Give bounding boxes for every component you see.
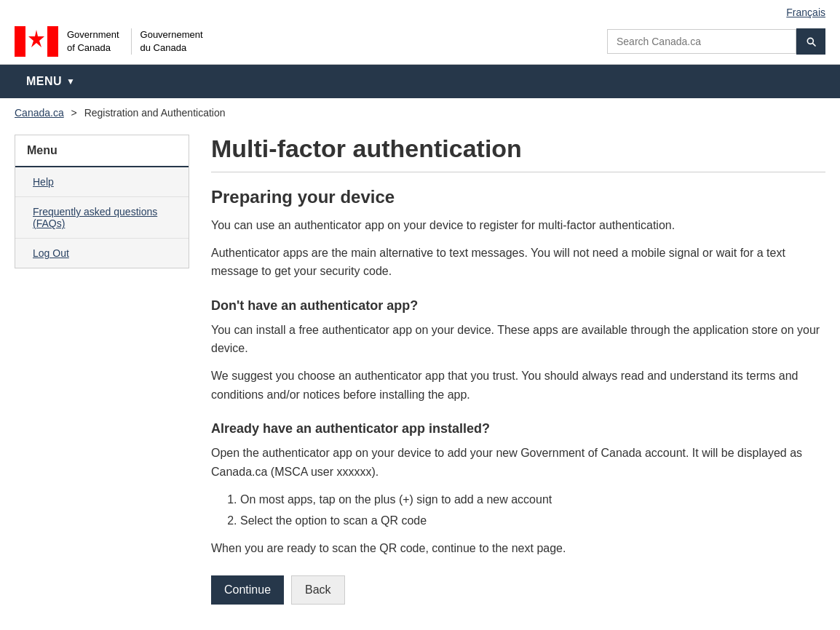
sidebar-header: Menu: [15, 135, 189, 167]
back-button[interactable]: Back: [291, 575, 345, 605]
paragraph-4: We suggest you choose an authenticator a…: [211, 367, 825, 404]
sidebar-item-faq[interactable]: Frequently asked questions (FAQs): [15, 197, 189, 239]
canada-flag: [15, 26, 58, 57]
search-button[interactable]: [796, 28, 825, 55]
button-row: Continue Back: [211, 575, 825, 605]
gov-name-fr: Gouvernement du Canada: [128, 28, 203, 55]
flag-svg: [15, 26, 58, 57]
paragraph-5: Open the authenticator app on your devic…: [211, 444, 825, 481]
breadcrumb-current: Registration and Authentication: [84, 107, 226, 119]
menu-button[interactable]: MENU ▼: [15, 65, 87, 98]
steps-list: On most apps, tap on the plus (+) sign t…: [240, 490, 825, 532]
subsection2-title: Already have an authenticator app instal…: [211, 421, 825, 436]
page-title: Multi-factor authentication: [211, 135, 825, 172]
sidebar-item-help[interactable]: Help: [15, 167, 189, 197]
site-header: Government of Canada Gouvernement du Can…: [0, 19, 840, 65]
breadcrumb-home[interactable]: Canada.ca: [15, 107, 64, 119]
paragraph-3: You can install a free authenticator app…: [211, 321, 825, 358]
logo-area: Government of Canada Gouvernement du Can…: [15, 26, 203, 57]
paragraph-2: Authenticator apps are the main alternat…: [211, 244, 825, 281]
main-content: Multi-factor authentication Preparing yo…: [204, 135, 825, 605]
svg-rect-0: [15, 26, 25, 57]
francais-link[interactable]: Français: [786, 7, 825, 18]
breadcrumb-separator: >: [71, 107, 77, 119]
list-item-1: On most apps, tap on the plus (+) sign t…: [240, 490, 825, 511]
main-container: Menu Help Frequently asked questions (FA…: [0, 127, 840, 630]
menu-chevron-icon: ▼: [66, 76, 75, 87]
nav-bar: MENU ▼: [0, 65, 840, 98]
paragraph-1: You can use an authenticator app on your…: [211, 216, 825, 235]
search-icon: [805, 35, 817, 48]
svg-rect-1: [47, 26, 58, 57]
paragraph-6: When you are ready to scan the QR code, …: [211, 539, 825, 558]
subsection1-title: Don't have an authenticator app?: [211, 298, 825, 314]
continue-button[interactable]: Continue: [211, 575, 284, 605]
list-item-2: Select the option to scan a QR code: [240, 511, 825, 532]
search-input[interactable]: [607, 29, 796, 54]
menu-label: MENU: [26, 75, 62, 88]
gov-name-en: Government of Canada: [67, 28, 119, 55]
search-area: [607, 28, 825, 55]
gov-name-en-text: Government of Canada: [67, 28, 119, 55]
breadcrumb: Canada.ca > Registration and Authenticat…: [0, 98, 840, 127]
sidebar-item-logout[interactable]: Log Out: [15, 239, 189, 268]
section1-title: Preparing your device: [211, 187, 825, 207]
sidebar: Menu Help Frequently asked questions (FA…: [15, 135, 189, 268]
